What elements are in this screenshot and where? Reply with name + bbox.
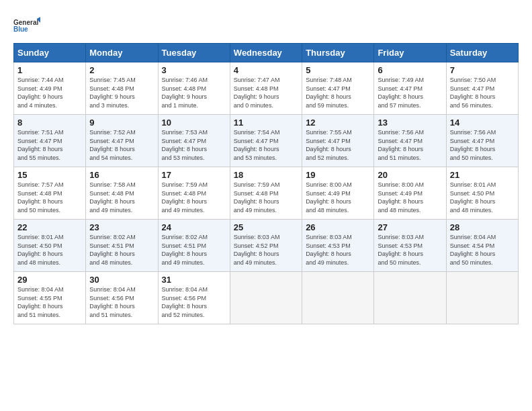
svg-text:General: General — [13, 19, 38, 26]
day-info: Sunrise: 8:00 AM Sunset: 4:49 PM Dayligh… — [306, 181, 370, 214]
day-info: Sunrise: 8:03 AM Sunset: 4:53 PM Dayligh… — [306, 233, 370, 267]
day-number: 11 — [234, 118, 298, 128]
day-number: 3 — [162, 65, 226, 75]
svg-text:Blue: Blue — [13, 26, 28, 33]
day-info: Sunrise: 8:02 AM Sunset: 4:51 PM Dayligh… — [89, 233, 154, 267]
day-number: 10 — [162, 118, 226, 128]
calendar-cell: 2Sunrise: 7:45 AM Sunset: 4:48 PM Daylig… — [86, 62, 158, 115]
calendar-cell: 7Sunrise: 7:50 AM Sunset: 4:47 PM Daylig… — [446, 62, 518, 115]
calendar-cell: 14Sunrise: 7:56 AM Sunset: 4:47 PM Dayli… — [446, 115, 518, 167]
weekday-header: Friday — [374, 44, 446, 62]
day-info: Sunrise: 8:04 AM Sunset: 4:54 PM Dayligh… — [450, 233, 515, 267]
day-info: Sunrise: 7:52 AM Sunset: 4:47 PM Dayligh… — [89, 128, 154, 162]
calendar-cell: 25Sunrise: 8:03 AM Sunset: 4:52 PM Dayli… — [230, 220, 302, 272]
weekday-header: Thursday — [302, 44, 374, 62]
calendar-cell: 23Sunrise: 8:02 AM Sunset: 4:51 PM Dayli… — [86, 220, 158, 272]
day-info: Sunrise: 8:00 AM Sunset: 4:49 PM Dayligh… — [378, 181, 442, 214]
calendar-cell: 4Sunrise: 7:47 AM Sunset: 4:48 PM Daylig… — [230, 62, 302, 115]
day-number: 22 — [17, 222, 82, 232]
day-number: 21 — [450, 170, 515, 180]
day-number: 2 — [89, 65, 154, 75]
day-info: Sunrise: 7:59 AM Sunset: 4:48 PM Dayligh… — [162, 181, 226, 214]
calendar-cell: 5Sunrise: 7:48 AM Sunset: 4:47 PM Daylig… — [302, 62, 374, 115]
calendar-cell: 20Sunrise: 8:00 AM Sunset: 4:49 PM Dayli… — [374, 167, 446, 220]
header: General Blue — [13, 12, 519, 39]
calendar-cell: 12Sunrise: 7:55 AM Sunset: 4:47 PM Dayli… — [302, 115, 374, 167]
day-number: 30 — [89, 275, 154, 285]
logo-svg: General Blue — [13, 12, 40, 39]
day-number: 9 — [89, 118, 154, 128]
calendar-cell: 19Sunrise: 8:00 AM Sunset: 4:49 PM Dayli… — [302, 167, 374, 220]
calendar-cell: 29Sunrise: 8:04 AM Sunset: 4:55 PM Dayli… — [14, 272, 86, 324]
day-info: Sunrise: 7:51 AM Sunset: 4:47 PM Dayligh… — [17, 128, 82, 162]
day-info: Sunrise: 7:48 AM Sunset: 4:47 PM Dayligh… — [306, 76, 370, 109]
day-number: 31 — [162, 275, 226, 285]
day-info: Sunrise: 8:02 AM Sunset: 4:51 PM Dayligh… — [162, 233, 226, 267]
day-info: Sunrise: 7:53 AM Sunset: 4:47 PM Dayligh… — [162, 128, 226, 162]
calendar-week-row: 1Sunrise: 7:44 AM Sunset: 4:49 PM Daylig… — [14, 62, 519, 115]
calendar-week-row: 8Sunrise: 7:51 AM Sunset: 4:47 PM Daylig… — [14, 115, 519, 167]
calendar-cell: 30Sunrise: 8:04 AM Sunset: 4:56 PM Dayli… — [86, 272, 158, 324]
day-number: 25 — [234, 222, 298, 232]
day-info: Sunrise: 7:47 AM Sunset: 4:48 PM Dayligh… — [234, 76, 298, 109]
day-number: 5 — [306, 65, 370, 75]
calendar-cell: 6Sunrise: 7:49 AM Sunset: 4:47 PM Daylig… — [374, 62, 446, 115]
calendar-cell: 22Sunrise: 8:01 AM Sunset: 4:50 PM Dayli… — [14, 220, 86, 272]
day-number: 8 — [17, 118, 82, 128]
calendar-cell: 28Sunrise: 8:04 AM Sunset: 4:54 PM Dayli… — [446, 220, 518, 272]
day-info: Sunrise: 7:57 AM Sunset: 4:48 PM Dayligh… — [17, 181, 82, 214]
calendar-cell — [374, 272, 446, 324]
day-info: Sunrise: 7:54 AM Sunset: 4:47 PM Dayligh… — [234, 128, 298, 162]
day-number: 13 — [378, 118, 442, 128]
weekday-header: Tuesday — [158, 44, 230, 62]
calendar-cell: 3Sunrise: 7:46 AM Sunset: 4:48 PM Daylig… — [158, 62, 230, 115]
calendar-cell — [302, 272, 374, 324]
day-info: Sunrise: 7:46 AM Sunset: 4:48 PM Dayligh… — [162, 76, 226, 109]
calendar-cell: 10Sunrise: 7:53 AM Sunset: 4:47 PM Dayli… — [158, 115, 230, 167]
main-container: General Blue SundayMondayTuesdayWednesda… — [0, 0, 532, 331]
calendar-cell — [230, 272, 302, 324]
calendar-cell: 18Sunrise: 7:59 AM Sunset: 4:48 PM Dayli… — [230, 167, 302, 220]
calendar-table: SundayMondayTuesdayWednesdayThursdayFrid… — [13, 43, 519, 324]
calendar-cell: 1Sunrise: 7:44 AM Sunset: 4:49 PM Daylig… — [14, 62, 86, 115]
weekday-header-row: SundayMondayTuesdayWednesdayThursdayFrid… — [14, 44, 519, 62]
day-info: Sunrise: 8:01 AM Sunset: 4:50 PM Dayligh… — [17, 233, 82, 267]
day-info: Sunrise: 7:56 AM Sunset: 4:47 PM Dayligh… — [378, 128, 442, 162]
calendar-week-row: 29Sunrise: 8:04 AM Sunset: 4:55 PM Dayli… — [14, 272, 519, 324]
day-info: Sunrise: 8:03 AM Sunset: 4:53 PM Dayligh… — [378, 233, 442, 267]
day-number: 28 — [450, 222, 515, 232]
calendar-cell: 24Sunrise: 8:02 AM Sunset: 4:51 PM Dayli… — [158, 220, 230, 272]
day-info: Sunrise: 7:59 AM Sunset: 4:48 PM Dayligh… — [234, 181, 298, 214]
calendar-week-row: 15Sunrise: 7:57 AM Sunset: 4:48 PM Dayli… — [14, 167, 519, 220]
day-number: 4 — [234, 65, 298, 75]
day-number: 24 — [162, 222, 226, 232]
weekday-header: Sunday — [14, 44, 86, 62]
weekday-header: Wednesday — [230, 44, 302, 62]
day-number: 18 — [234, 170, 298, 180]
day-number: 15 — [17, 170, 82, 180]
calendar-cell: 26Sunrise: 8:03 AM Sunset: 4:53 PM Dayli… — [302, 220, 374, 272]
day-number: 26 — [306, 222, 370, 232]
day-info: Sunrise: 7:45 AM Sunset: 4:48 PM Dayligh… — [89, 76, 154, 109]
day-number: 29 — [17, 275, 82, 285]
day-info: Sunrise: 7:56 AM Sunset: 4:47 PM Dayligh… — [450, 128, 515, 162]
day-info: Sunrise: 8:04 AM Sunset: 4:56 PM Dayligh… — [162, 285, 226, 319]
calendar-week-row: 22Sunrise: 8:01 AM Sunset: 4:50 PM Dayli… — [14, 220, 519, 272]
day-number: 6 — [378, 65, 442, 75]
day-info: Sunrise: 7:50 AM Sunset: 4:47 PM Dayligh… — [450, 76, 515, 109]
calendar-cell — [446, 272, 518, 324]
weekday-header: Saturday — [446, 44, 518, 62]
calendar-cell: 11Sunrise: 7:54 AM Sunset: 4:47 PM Dayli… — [230, 115, 302, 167]
calendar-cell: 8Sunrise: 7:51 AM Sunset: 4:47 PM Daylig… — [14, 115, 86, 167]
day-number: 7 — [450, 65, 515, 75]
day-number: 19 — [306, 170, 370, 180]
calendar-cell: 15Sunrise: 7:57 AM Sunset: 4:48 PM Dayli… — [14, 167, 86, 220]
calendar-cell: 27Sunrise: 8:03 AM Sunset: 4:53 PM Dayli… — [374, 220, 446, 272]
day-number: 20 — [378, 170, 442, 180]
day-number: 17 — [162, 170, 226, 180]
calendar-cell: 17Sunrise: 7:59 AM Sunset: 4:48 PM Dayli… — [158, 167, 230, 220]
calendar-cell: 9Sunrise: 7:52 AM Sunset: 4:47 PM Daylig… — [86, 115, 158, 167]
day-number: 16 — [89, 170, 154, 180]
calendar-cell: 16Sunrise: 7:58 AM Sunset: 4:48 PM Dayli… — [86, 167, 158, 220]
day-number: 27 — [378, 222, 442, 232]
